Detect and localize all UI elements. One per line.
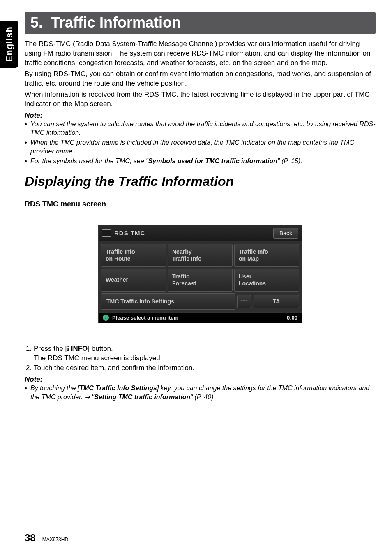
note-text: " (P. 40) <box>190 394 213 401</box>
language-tab: English <box>0 21 18 68</box>
note-bold: Setting TMC traffic information <box>94 394 190 401</box>
btn-line: User <box>239 273 295 280</box>
section-rule <box>25 192 376 192</box>
note-item: For the symbols used for the TMC, see "S… <box>30 157 376 166</box>
btn-line: Weather <box>106 276 161 283</box>
note-item: You can set the system to calculate rout… <box>30 120 376 137</box>
btn-line: on Map <box>239 255 295 262</box>
step-text: Press the [ <box>34 345 67 352</box>
ta-button[interactable]: TA <box>254 295 299 308</box>
step-1: Press the [i INFO] button. The RDS TMC m… <box>34 344 376 364</box>
note-label-1: Note: <box>25 111 376 120</box>
page-footer: 38 MAX973HD <box>25 532 68 544</box>
chapter-number: 5. <box>30 14 43 31</box>
screenshot-title-left: RDS TMC <box>102 229 145 237</box>
tmc-icon <box>102 229 111 237</box>
step-subtext: The RDS TMC menu screen is displayed. <box>34 354 162 362</box>
subheading: RDS TMC menu screen <box>25 200 376 208</box>
screenshot-titlebar: RDS TMC Back <box>98 225 302 241</box>
note-text: For the symbols used for the TMC, see " <box>30 158 148 164</box>
section-title: Displaying the Traffic Information <box>25 174 376 189</box>
rds-tmc-screenshot: RDS TMC Back Traffic Info on Route Nearb… <box>98 225 302 323</box>
chapter-title: Traffic Information <box>51 14 181 31</box>
step-bold: INFO <box>69 345 88 352</box>
btn-line: Traffic Info <box>239 248 295 255</box>
nearby-traffic-info-button[interactable]: Nearby Traffic Info <box>168 244 233 267</box>
note-item: When the TMC provider name is included i… <box>30 138 376 156</box>
step-2: Touch the desired item, and confirm the … <box>34 363 376 373</box>
steps: Press the [i INFO] button. The RDS TMC m… <box>25 344 376 373</box>
language-tab-label: English <box>4 26 15 62</box>
btn-line: Nearby <box>172 248 228 255</box>
intro-paragraph-1: The RDS-TMC (Radio Data System-Traffic M… <box>25 39 376 68</box>
note-label-2: Note: <box>25 375 376 384</box>
btn-line: Traffic <box>172 273 228 280</box>
note-list-2: By touching the [TMC Traffic Info Settin… <box>25 384 376 401</box>
btn-line: Locations <box>239 280 295 287</box>
note-text: By touching the [ <box>30 385 79 392</box>
user-locations-button[interactable]: User Locations <box>234 269 299 292</box>
screenshot-title: RDS TMC <box>114 229 145 236</box>
btn-line: Forecast <box>172 280 228 287</box>
step-text: ] button. <box>88 345 113 352</box>
note-bold: Symbols used for TMC traffic information <box>148 158 277 164</box>
intro-paragraph-3: When information is received from the RD… <box>25 90 376 109</box>
status-left: i Please select a menu item <box>103 315 178 321</box>
traffic-info-on-route-button[interactable]: Traffic Info on Route <box>101 244 166 267</box>
note-bold: TMC Traffic Info Settings <box>79 385 157 392</box>
signal-icon: ≡≡≡ <box>237 295 251 308</box>
status-time: 0:00 <box>287 315 297 321</box>
traffic-forecast-button[interactable]: Traffic Forecast <box>168 269 233 292</box>
intro-paragraph-2: By using RDS-TMC, you can obtain or conf… <box>25 70 376 88</box>
btn-line: on Route <box>106 255 161 262</box>
traffic-info-on-map-button[interactable]: Traffic Info on Map <box>234 244 299 267</box>
back-button[interactable]: Back <box>273 228 298 239</box>
note-item: By touching the [TMC Traffic Info Settin… <box>30 384 376 401</box>
chapter-heading: 5. Traffic Information <box>30 14 370 31</box>
btn-line: Traffic Info <box>106 248 161 255</box>
btn-line: Traffic Info <box>172 255 228 262</box>
note-text: " (P. 15). <box>277 158 302 164</box>
status-text: Please select a menu item <box>112 315 178 321</box>
ta-group: ≡≡≡ TA <box>237 293 299 310</box>
chapter-heading-bar: 5. Traffic Information <box>25 12 376 34</box>
tmc-traffic-info-settings-button[interactable]: TMC Traffic Info Settings <box>101 293 235 310</box>
model-name: MAX973HD <box>42 537 68 542</box>
page-number: 38 <box>25 532 36 544</box>
info-icon: i <box>103 315 109 321</box>
note-list-1: You can set the system to calculate rout… <box>25 120 376 166</box>
screenshot-button-grid: Traffic Info on Route Nearby Traffic Inf… <box>98 241 302 293</box>
screenshot-status-bar: i Please select a menu item 0:00 <box>98 312 302 323</box>
screenshot-bottom-row: TMC Traffic Info Settings ≡≡≡ TA <box>98 293 302 312</box>
weather-button[interactable]: Weather <box>101 269 166 292</box>
